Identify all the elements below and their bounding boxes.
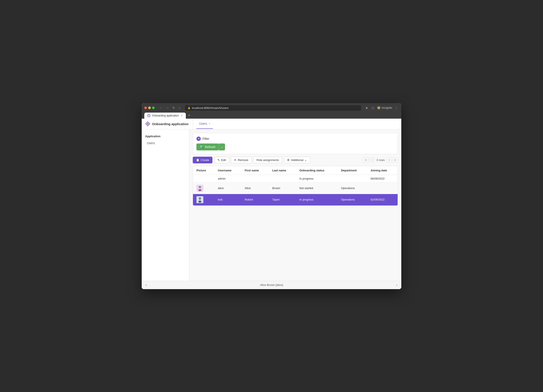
app-tab-users[interactable]: Users × xyxy=(196,119,213,129)
sidebar: Application Users xyxy=(142,129,189,281)
bottom-bar: ‹ Alice Brown [alice] › xyxy=(142,281,401,289)
col-onboarding-status: Onboarding status xyxy=(296,166,338,175)
filter-icon: ⊕ xyxy=(196,137,201,141)
browser-controls: ← → ↻ ⌂ 🔒 localhost:8080/#main/0/users ★… xyxy=(144,105,399,111)
bottom-forward-button[interactable]: › xyxy=(395,283,399,287)
cell-firstname: Robert xyxy=(241,194,269,205)
additional-button[interactable]: ⚙ Additional ⌄ xyxy=(284,157,310,163)
split-view-button[interactable]: ◻ xyxy=(371,106,375,110)
edit-button[interactable]: ✎ Edit xyxy=(214,157,229,163)
role-assignments-button[interactable]: Role assignments xyxy=(253,157,282,163)
prev-page-button[interactable]: ‹ xyxy=(369,158,374,162)
app-title: Onboarding application xyxy=(152,122,188,126)
remove-icon: ✕ xyxy=(234,158,237,162)
tab-bar: Onboarding application × + xyxy=(144,112,399,119)
edit-icon: ✎ xyxy=(217,158,220,162)
table-row[interactable]: alice Alice Brown Not started xyxy=(193,182,398,194)
col-joining-date: Joining date xyxy=(367,166,398,175)
sidebar-item-users-label: Users xyxy=(147,141,155,145)
menu-button[interactable]: ⋮ xyxy=(394,106,399,110)
next-page-button[interactable]: › xyxy=(387,158,391,162)
cell-firstname xyxy=(241,175,269,182)
app-tab-close-button[interactable]: × xyxy=(209,122,210,125)
col-firstname: First name xyxy=(241,166,269,175)
content-area: ⊕ Filter 🔍 Refresh ⌄ 📋 C xyxy=(189,129,401,281)
cell-lastname xyxy=(269,175,296,182)
table-row[interactable]: admin In progress xyxy=(193,175,398,182)
cell-joining-date: 06/09/2022 xyxy=(367,175,398,182)
forward-button[interactable]: → xyxy=(165,106,170,110)
col-picture: Picture xyxy=(193,166,214,175)
tab-close-button[interactable]: × xyxy=(181,114,183,117)
edit-label: Edit xyxy=(221,158,226,162)
sidebar-section-title: Application xyxy=(142,133,189,140)
bookmark-button[interactable]: ★ xyxy=(365,106,369,110)
maximize-traffic-light[interactable] xyxy=(152,106,155,109)
svg-point-6 xyxy=(198,189,201,191)
minimize-traffic-light[interactable] xyxy=(148,106,151,109)
avatar xyxy=(196,185,203,192)
table-row-selected[interactable]: bob Robert Taylor In progress xyxy=(193,194,398,205)
refresh-button[interactable]: 🔍 Refresh xyxy=(196,144,219,150)
browser-actions: ★ ◻ 😿 Incognito ⋮ xyxy=(365,106,399,110)
first-page-button[interactable]: « xyxy=(363,158,369,162)
browser-tab-active[interactable]: Onboarding application × xyxy=(144,113,186,119)
col-lastname: Last name xyxy=(269,166,296,175)
last-page-button[interactable]: » xyxy=(392,158,398,162)
cell-department xyxy=(338,175,367,182)
sidebar-item-users[interactable]: Users xyxy=(142,140,189,147)
remove-button[interactable]: ✕ Remove xyxy=(231,157,251,163)
cell-department: Operations xyxy=(338,182,367,194)
cell-picture xyxy=(193,175,214,182)
tab-favicon xyxy=(147,114,150,117)
cell-lastname: Brown xyxy=(269,182,296,194)
svg-point-9 xyxy=(198,200,201,203)
col-department: Department xyxy=(338,166,367,175)
data-table: Picture Username First name Last name xyxy=(193,166,398,206)
toolbar: 📋 Create ✎ Edit ✕ Remove Role assignment… xyxy=(193,157,398,163)
cell-joining-date: 02/09/2022 xyxy=(367,194,398,205)
svg-point-3 xyxy=(147,123,148,124)
close-traffic-light[interactable] xyxy=(144,106,147,109)
cell-picture xyxy=(193,194,214,205)
address-bar[interactable]: 🔒 localhost:8080/#main/0/users xyxy=(185,105,361,111)
rows-info: 3 rows xyxy=(375,158,386,162)
remove-label: Remove xyxy=(238,158,248,162)
role-assignments-label: Role assignments xyxy=(257,158,279,162)
bottom-back-button[interactable]: ‹ xyxy=(144,283,148,287)
cell-username: admin xyxy=(214,175,241,182)
reload-button[interactable]: ↻ xyxy=(171,106,176,110)
cell-joining-date xyxy=(367,182,398,194)
table-header-row: Picture Username First name Last name xyxy=(193,166,398,175)
cell-onboarding-status: In progress xyxy=(296,194,338,205)
main-layout: Application Users ⊕ Filter 🔍 Refr xyxy=(142,129,401,281)
bottom-user-label: Alice Brown [alice] xyxy=(260,283,283,287)
additional-label: Additional xyxy=(291,158,303,162)
cell-onboarding-status: Not started xyxy=(296,182,338,194)
app-content: Onboarding application Users × Applicati… xyxy=(142,119,401,289)
incognito-badge: 😿 Incognito xyxy=(377,106,392,110)
cell-picture xyxy=(193,182,214,194)
nav-buttons: ← → ↻ ⌂ xyxy=(158,106,181,110)
create-button[interactable]: 📋 Create xyxy=(193,157,212,163)
tab-title: Onboarding application xyxy=(152,114,179,117)
app-logo: Onboarding application xyxy=(145,121,188,127)
cell-firstname: Alice xyxy=(241,182,269,194)
svg-point-0 xyxy=(147,114,150,117)
refresh-dropdown-button[interactable]: ⌄ xyxy=(219,144,225,150)
incognito-label: Incognito xyxy=(382,106,392,109)
pagination: « ‹ 3 rows › » xyxy=(363,158,398,162)
table-header: Picture Username First name Last name xyxy=(193,166,398,175)
back-button[interactable]: ← xyxy=(158,106,164,110)
home-button[interactable]: ⌂ xyxy=(177,106,181,110)
create-label: Create xyxy=(201,158,209,162)
refresh-label: Refresh xyxy=(205,145,215,149)
url-text: localhost:8080/#main/0/users xyxy=(192,106,228,110)
col-username: Username xyxy=(214,166,241,175)
app-tabs: Users × xyxy=(193,119,213,129)
app-tab-label: Users xyxy=(199,122,207,125)
create-icon: 📋 xyxy=(196,158,199,162)
cell-onboarding-status: In progress xyxy=(296,175,338,182)
new-tab-button[interactable]: + xyxy=(186,112,192,119)
search-icon: 🔍 xyxy=(200,145,204,149)
